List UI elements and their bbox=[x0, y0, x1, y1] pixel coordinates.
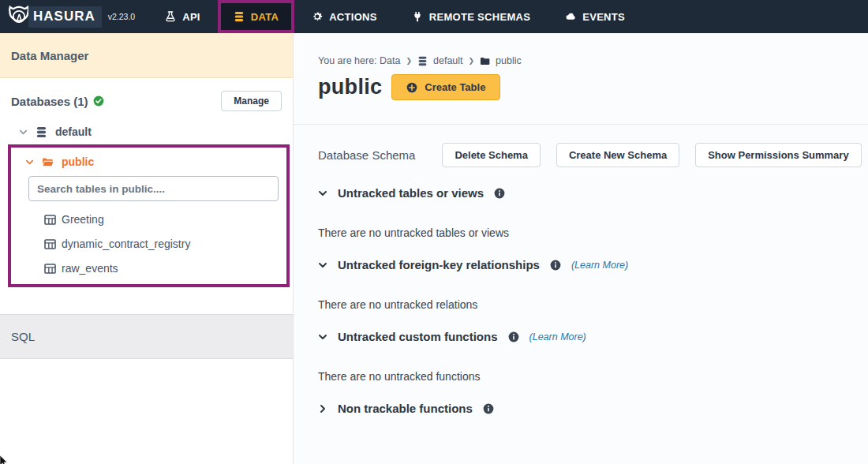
folder-open-icon bbox=[42, 156, 54, 168]
section-title: Untracked custom functions bbox=[338, 330, 498, 343]
database-schema-label: Database Schema bbox=[318, 148, 415, 162]
section-header-non-trackable-functions[interactable]: Non trackable functions bbox=[318, 402, 868, 415]
section-title: Untracked foreign-key relationships bbox=[338, 258, 540, 271]
sidebar-item-default-database[interactable]: default bbox=[19, 125, 293, 138]
section-header-untracked-tables[interactable]: Untracked tables or views bbox=[318, 186, 868, 200]
title-row: public Create Table bbox=[318, 74, 868, 124]
hasura-console: HASURA v2.23.0 API DATA ACTIONS RE bbox=[0, 0, 868, 464]
nav-item-label: EVENTS bbox=[582, 11, 625, 23]
annotation-box-public-schema: public Greeting dynamic_contract_registr… bbox=[8, 144, 290, 287]
section-header-untracked-foreign-keys[interactable]: Untracked foreign-key relationships (Lea… bbox=[318, 258, 868, 271]
nav-item-label: API bbox=[182, 11, 200, 23]
databases-row: Databases (1) Manage bbox=[0, 78, 293, 116]
nav-item-label: ACTIONS bbox=[329, 11, 377, 23]
section-untracked-tables: Untracked tables or views There are no u… bbox=[318, 186, 868, 239]
chevron-right-icon: ❯ bbox=[406, 57, 412, 65]
nav-items: API DATA ACTIONS REMOTE SCHEMAS EVENTS bbox=[148, 0, 642, 33]
cloud-icon bbox=[565, 11, 576, 22]
gears-icon bbox=[312, 11, 323, 22]
sidebar-item-table-dynamic-contract-registry[interactable]: dynamic_contract_registry bbox=[44, 238, 286, 250]
table-name-label: dynamic_contract_registry bbox=[62, 238, 190, 250]
info-icon[interactable] bbox=[508, 331, 519, 342]
main-panel: You are here: Data ❯ default ❯ public pu… bbox=[294, 33, 868, 464]
plus-circle-icon bbox=[406, 82, 417, 93]
create-table-label: Create Table bbox=[425, 81, 485, 93]
breadcrumb-prefix[interactable]: You are here: Data bbox=[318, 55, 400, 66]
section-non-trackable-functions: Non trackable functions bbox=[318, 402, 868, 415]
schema-name-label: public bbox=[62, 155, 94, 168]
breadcrumb-schema[interactable]: public bbox=[496, 55, 522, 66]
page-title: public bbox=[318, 75, 382, 99]
databases-label: Databases (1) bbox=[11, 95, 104, 108]
create-table-button[interactable]: Create Table bbox=[391, 74, 500, 100]
table-name-label: raw_events bbox=[62, 262, 118, 275]
table-icon bbox=[44, 264, 56, 274]
section-header-untracked-custom-functions[interactable]: Untracked custom functions (Learn More) bbox=[318, 330, 868, 343]
brand-name: HASURA bbox=[33, 9, 95, 24]
schema-toolbar: Database Schema Delete Schema Create New… bbox=[318, 143, 868, 167]
nav-item-actions[interactable]: ACTIONS bbox=[294, 0, 395, 33]
sidebar-item-table-raw-events[interactable]: raw_events bbox=[44, 262, 286, 275]
chevron-down-icon bbox=[19, 128, 28, 137]
chevron-down-icon bbox=[318, 189, 327, 198]
check-circle-icon bbox=[93, 95, 104, 107]
learn-more-link[interactable]: (Learn More) bbox=[529, 331, 586, 342]
table-name-label: Greeting bbox=[62, 213, 104, 226]
flask-icon bbox=[165, 11, 176, 22]
databases-count-label: Databases (1) bbox=[11, 95, 88, 108]
manage-button[interactable]: Manage bbox=[221, 91, 282, 111]
brand-chip: HASURA bbox=[28, 6, 102, 28]
table-icon bbox=[44, 239, 56, 249]
info-icon[interactable] bbox=[550, 260, 561, 271]
section-title: Non trackable functions bbox=[338, 402, 473, 415]
section-empty-message: There are no untracked relations bbox=[318, 298, 868, 311]
top-navbar: HASURA v2.23.0 API DATA ACTIONS RE bbox=[0, 0, 868, 33]
annotation-box-data-tab: DATA bbox=[218, 0, 294, 33]
main-body: Database Schema Delete Schema Create New… bbox=[294, 125, 868, 415]
breadcrumb: You are here: Data ❯ default ❯ public bbox=[318, 55, 868, 66]
chevron-right-icon: ❯ bbox=[469, 57, 475, 65]
sidebar-item-table-greeting[interactable]: Greeting bbox=[44, 213, 286, 226]
database-icon bbox=[36, 126, 47, 138]
chevron-down-icon bbox=[318, 332, 327, 342]
data-sidebar: Data Manager Databases (1) Manage defaul… bbox=[0, 33, 294, 464]
database-name-label: default bbox=[55, 125, 92, 138]
nav-item-data[interactable]: DATA bbox=[221, 3, 291, 30]
section-empty-message: There are no untracked tables or views bbox=[318, 226, 868, 239]
table-icon bbox=[44, 215, 56, 225]
section-empty-message: There are no untracked functions bbox=[318, 370, 868, 383]
sidebar-item-sql[interactable]: SQL bbox=[0, 314, 293, 359]
sidebar-title: Data Manager bbox=[0, 33, 293, 78]
database-icon bbox=[417, 56, 428, 66]
create-new-schema-button[interactable]: Create New Schema bbox=[556, 143, 679, 167]
nav-item-label: DATA bbox=[251, 11, 279, 23]
chevron-down-icon bbox=[318, 260, 327, 270]
learn-more-link[interactable]: (Learn More) bbox=[571, 260, 628, 271]
nav-item-label: REMOTE SCHEMAS bbox=[429, 11, 530, 23]
hasura-logo[interactable]: HASURA v2.23.0 bbox=[0, 0, 135, 33]
section-title: Untracked tables or views bbox=[338, 186, 484, 200]
delete-schema-button[interactable]: Delete Schema bbox=[442, 143, 541, 167]
nav-item-events[interactable]: EVENTS bbox=[548, 0, 642, 33]
mouse-cursor bbox=[0, 455, 10, 464]
nav-item-api[interactable]: API bbox=[148, 0, 218, 33]
section-untracked-foreign-keys: Untracked foreign-key relationships (Lea… bbox=[318, 258, 868, 311]
chevron-right-icon bbox=[318, 404, 327, 413]
breadcrumb-database[interactable]: default bbox=[433, 55, 463, 66]
version-label: v2.23.0 bbox=[108, 12, 135, 21]
main-header: You are here: Data ❯ default ❯ public pu… bbox=[294, 33, 868, 125]
info-icon[interactable] bbox=[494, 188, 505, 199]
content-area: Data Manager Databases (1) Manage defaul… bbox=[0, 33, 868, 464]
info-icon[interactable] bbox=[483, 403, 494, 414]
section-untracked-custom-functions: Untracked custom functions (Learn More) … bbox=[318, 330, 868, 383]
plug-icon bbox=[412, 11, 423, 22]
nav-item-remote-schemas[interactable]: REMOTE SCHEMAS bbox=[395, 0, 548, 33]
folder-icon bbox=[480, 56, 490, 66]
chevron-down-icon bbox=[25, 158, 34, 167]
database-icon bbox=[234, 11, 245, 22]
show-permissions-summary-button[interactable]: Show Permissions Summary bbox=[695, 143, 861, 167]
sidebar-item-public-schema[interactable]: public bbox=[25, 155, 286, 168]
search-tables-input[interactable] bbox=[28, 176, 279, 201]
